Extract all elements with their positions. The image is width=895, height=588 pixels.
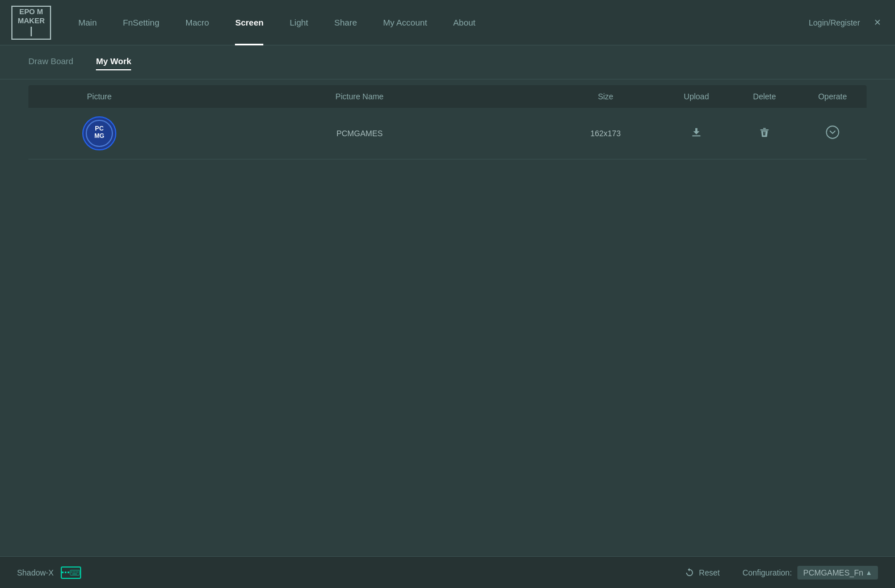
nav-my-account[interactable]: My Account — [373, 0, 438, 45]
svg-rect-11 — [75, 571, 77, 572]
col-header-picture: Picture — [28, 92, 170, 101]
tab-my-work[interactable]: My Work — [96, 56, 131, 68]
config-chevron-icon: ▲ — [865, 569, 872, 577]
nav-macro[interactable]: Macro — [175, 0, 220, 45]
svg-rect-12 — [77, 571, 78, 572]
table-row: PC MG PCMGAMES 162x173 — [28, 108, 867, 159]
login-register-button[interactable]: Login/Register — [809, 18, 860, 27]
svg-point-6 — [826, 126, 839, 138]
keyboard-icon — [61, 566, 81, 579]
svg-rect-4 — [763, 128, 766, 129]
pcmg-logo-svg: PC MG — [85, 119, 114, 148]
col-header-upload: Upload — [662, 92, 730, 101]
nav-screen[interactable]: Screen — [225, 0, 274, 45]
svg-rect-18 — [72, 573, 77, 574]
delete-button[interactable] — [756, 123, 773, 144]
svg-rect-13 — [71, 572, 72, 573]
main-nav: Main FnSetting Macro Screen Light Share … — [68, 0, 809, 45]
svg-text:MG: MG — [94, 132, 104, 139]
cell-picture: PC MG — [28, 116, 170, 150]
config-value: PCMGAMES_Fn — [803, 568, 863, 577]
tab-draw-board[interactable]: Draw Board — [28, 56, 73, 68]
svg-rect-10 — [74, 571, 75, 572]
svg-rect-15 — [74, 572, 75, 573]
config-section: Configuration: PCMGAMES_Fn ▲ — [742, 566, 878, 579]
col-header-delete: Delete — [730, 92, 799, 101]
cell-size: 162x173 — [549, 129, 662, 138]
svg-rect-17 — [77, 572, 78, 573]
app-footer: Shadow-X Reset — [0, 556, 895, 588]
nav-about[interactable]: About — [443, 0, 486, 45]
config-dropdown[interactable]: PCMGAMES_Fn ▲ — [797, 566, 878, 579]
logo-text: EPO MMAKER| — [18, 7, 45, 37]
cell-operate[interactable] — [799, 122, 867, 145]
chevron-down-circle-icon — [825, 125, 840, 140]
svg-rect-16 — [75, 572, 77, 573]
operate-button[interactable] — [822, 122, 843, 145]
sub-nav: Draw Board My Work — [0, 45, 895, 79]
download-icon — [690, 126, 703, 138]
reset-button[interactable]: Reset — [684, 568, 720, 578]
reset-icon — [684, 568, 695, 578]
col-header-operate: Operate — [799, 92, 867, 101]
svg-rect-14 — [73, 572, 74, 573]
svg-text:PC: PC — [95, 125, 103, 132]
upload-button[interactable] — [687, 123, 705, 144]
svg-rect-3 — [692, 135, 701, 136]
reset-label: Reset — [699, 568, 720, 577]
table-header: Picture Picture Name Size Upload Delete … — [28, 85, 867, 108]
keyboard-svg — [70, 568, 80, 578]
pcmg-thumbnail: PC MG — [82, 116, 116, 150]
nav-main[interactable]: Main — [68, 0, 107, 45]
config-label: Configuration: — [742, 568, 792, 577]
svg-rect-9 — [73, 571, 74, 572]
nav-share[interactable]: Share — [324, 0, 367, 45]
cell-picture-name: PCMGAMES — [170, 129, 549, 138]
svg-rect-8 — [71, 571, 72, 572]
device-name: Shadow-X — [17, 568, 54, 577]
cell-upload[interactable] — [662, 123, 730, 144]
app-logo: EPO MMAKER| — [11, 6, 51, 40]
cell-delete[interactable] — [730, 123, 799, 144]
footer-right: Reset Configuration: PCMGAMES_Fn ▲ — [684, 566, 878, 579]
svg-rect-5 — [760, 129, 769, 131]
close-button[interactable]: × — [871, 13, 884, 32]
trash-icon — [759, 126, 770, 138]
nav-light[interactable]: Light — [279, 0, 318, 45]
app-header: EPO MMAKER| Main FnSetting Macro Screen … — [0, 0, 895, 45]
device-info: Shadow-X — [17, 566, 81, 579]
col-header-name: Picture Name — [170, 92, 549, 101]
main-content: Picture Picture Name Size Upload Delete … — [0, 85, 895, 159]
header-right: Login/Register × — [809, 13, 884, 32]
nav-fnsetting[interactable]: FnSetting — [113, 0, 170, 45]
col-header-size: Size — [549, 92, 662, 101]
